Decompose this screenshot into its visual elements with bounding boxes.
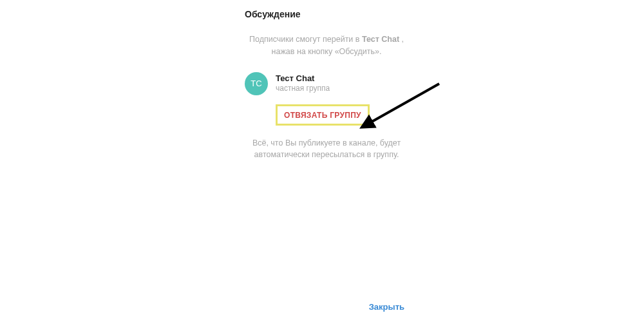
discussion-dialog: Обсуждение Подписчики смогут перейти в Т… [233,0,420,322]
highlight-annotation: ОТВЯЗАТЬ ГРУППУ [276,104,370,126]
description-bottom: Всё, что Вы публикуете в канале, будет а… [245,137,408,162]
linked-chat-row[interactable]: TC Тест Chat частная группа [245,72,408,95]
dialog-title: Обсуждение [245,9,408,19]
dialog-footer: Закрыть [245,299,408,314]
chat-type: частная группа [276,84,330,94]
chat-info: Тест Chat частная группа [276,72,330,94]
description-top-prefix: Подписчики смогут перейти в [249,35,362,44]
chat-name: Тест Chat [276,73,330,84]
description-top-chatname: Тест Chat [362,35,399,44]
close-button[interactable]: Закрыть [365,299,408,314]
chat-avatar: TC [245,72,268,95]
unlink-wrapper: ОТВЯЗАТЬ ГРУППУ [276,104,408,126]
description-top: Подписчики смогут перейти в Тест Chat , … [245,33,408,58]
unlink-group-button[interactable]: ОТВЯЗАТЬ ГРУППУ [283,109,363,121]
